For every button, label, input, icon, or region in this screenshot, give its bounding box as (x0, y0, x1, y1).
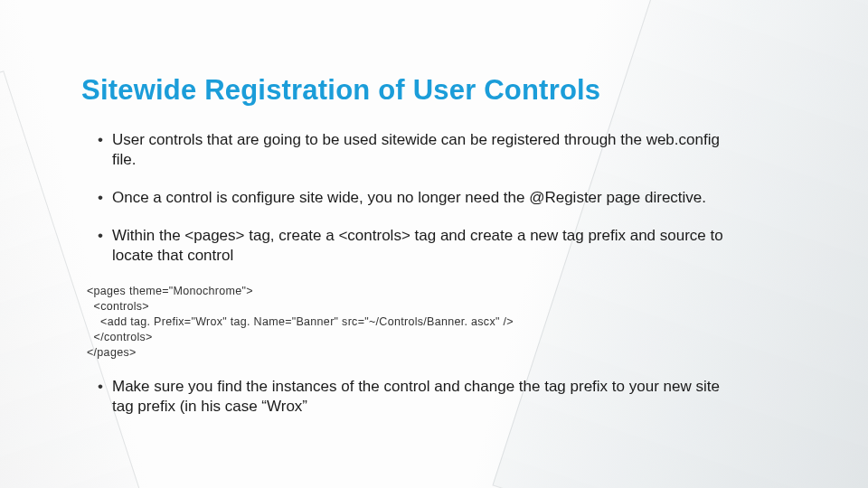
bullet-list-bottom: Make sure you find the instances of the … (81, 377, 787, 417)
slide-content: Sitewide Registration of User Controls U… (0, 0, 868, 488)
list-item: User controls that are going to be used … (98, 130, 727, 170)
list-item: Within the <pages> tag, create a <contro… (98, 226, 727, 266)
slide-title: Sitewide Registration of User Controls (81, 74, 787, 107)
bullet-list-top: User controls that are going to be used … (81, 130, 787, 266)
list-item: Once a control is configure site wide, y… (98, 188, 727, 208)
list-item: Make sure you find the instances of the … (98, 377, 727, 417)
code-example: <pages theme="Monochrome"> <controls> <a… (87, 284, 787, 360)
